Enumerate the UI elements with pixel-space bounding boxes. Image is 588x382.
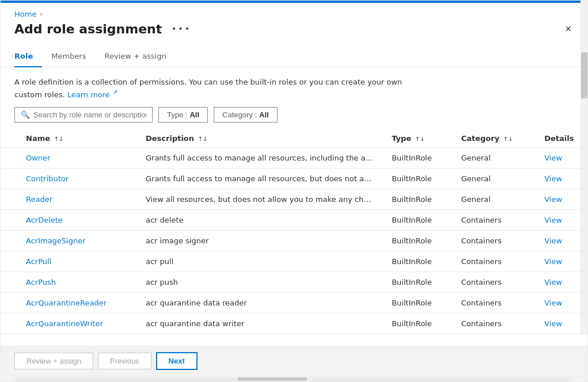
- type-sort-icon[interactable]: ↑↓: [415, 136, 425, 142]
- role-details-cell[interactable]: View: [530, 231, 587, 251]
- role-type-cell: BuiltInRole: [378, 314, 447, 334]
- role-type-cell: BuiltInRole: [378, 148, 447, 169]
- col-header-name[interactable]: Name ↑↓: [1, 129, 132, 148]
- table-row: AcrQuarantineWriteracr quarantine data w…: [1, 314, 587, 334]
- role-type-cell: BuiltInRole: [378, 210, 447, 231]
- next-button[interactable]: Next: [156, 352, 198, 370]
- header-area: Add role assignment ••• ×: [1, 18, 587, 37]
- col-header-details: Details: [530, 129, 587, 148]
- footer-area: Review + assign Previous Next: [1, 346, 587, 376]
- role-details-cell[interactable]: View: [530, 272, 587, 293]
- role-details-cell[interactable]: View: [530, 189, 587, 210]
- role-details-cell[interactable]: View: [530, 293, 587, 314]
- role-details-cell[interactable]: View: [530, 314, 587, 334]
- role-category-cell: Containers: [447, 272, 530, 293]
- role-details-cell[interactable]: View: [530, 148, 587, 169]
- role-name-cell[interactable]: AcrQuarantineWriter: [1, 314, 132, 334]
- learn-more-link[interactable]: Learn more ↗: [67, 90, 118, 99]
- role-desc-cell: acr delete: [132, 210, 378, 231]
- role-desc-cell: acr quarantine data reader: [132, 293, 378, 314]
- col-header-category[interactable]: Category ↑↓: [447, 129, 530, 148]
- role-name-cell[interactable]: AcrImageSigner: [1, 231, 132, 251]
- view-link[interactable]: View: [544, 278, 562, 286]
- view-link[interactable]: View: [544, 236, 562, 245]
- search-input[interactable]: [33, 110, 146, 119]
- table-row: OwnerGrants full access to manage all re…: [1, 148, 587, 169]
- type-filter-label: Type :: [167, 110, 187, 119]
- role-name-cell[interactable]: AcrPush: [1, 272, 132, 293]
- table-row: AcrImageSigneracr image signerBuiltInRol…: [1, 231, 587, 251]
- col-header-description[interactable]: Description ↑↓: [132, 129, 378, 148]
- view-link[interactable]: View: [544, 216, 562, 224]
- role-type-cell: BuiltInRole: [378, 231, 447, 251]
- previous-button[interactable]: Previous: [98, 353, 151, 369]
- bottom-scrollbar-thumb[interactable]: [238, 377, 307, 381]
- breadcrumb: Home ›: [1, 3, 587, 18]
- role-name-cell[interactable]: Owner: [1, 148, 132, 169]
- role-category-cell: Containers: [447, 231, 530, 251]
- bottom-scrollbar-track: [14, 377, 574, 381]
- desc-sort-icon[interactable]: ↑↓: [198, 136, 208, 142]
- view-link[interactable]: View: [544, 257, 562, 266]
- role-name-cell[interactable]: AcrQuarantineReader: [1, 293, 132, 314]
- name-sort-icon[interactable]: ↑↓: [54, 136, 64, 142]
- category-sort-icon[interactable]: ↑↓: [503, 136, 513, 142]
- role-category-cell: General: [447, 189, 530, 210]
- tab-review-assign[interactable]: Review + assign: [104, 47, 175, 67]
- role-category-cell: Containers: [447, 210, 530, 231]
- role-desc-cell: Grants full access to manage all resourc…: [132, 169, 378, 189]
- type-filter-button[interactable]: Type : All: [158, 107, 208, 123]
- role-type-cell: BuiltInRole: [378, 293, 447, 314]
- role-desc-cell: acr image signer: [132, 231, 378, 251]
- view-link[interactable]: View: [544, 299, 562, 307]
- search-icon: 🔍: [21, 110, 30, 119]
- review-assign-button[interactable]: Review + assign: [14, 353, 93, 369]
- table-row: AcrPushacr pushBuiltInRoleContainersView: [1, 272, 587, 293]
- table-header-row: Name ↑↓ Description ↑↓ Type ↑↓ Category …: [1, 129, 587, 148]
- header-title-row: Add role assignment •••: [14, 22, 195, 36]
- role-type-cell: BuiltInRole: [378, 169, 447, 189]
- more-options-icon[interactable]: •••: [168, 22, 194, 36]
- tab-role[interactable]: Role: [14, 47, 42, 67]
- table-row: AcrQuarantineReaderacr quarantine data r…: [1, 293, 587, 314]
- role-desc-cell: acr pull: [132, 251, 378, 272]
- role-category-cell: General: [447, 169, 530, 189]
- role-type-cell: BuiltInRole: [378, 272, 447, 293]
- bottom-scrollbar[interactable]: [1, 376, 587, 381]
- table-row: ContributorGrants full access to manage …: [1, 169, 587, 189]
- role-desc-cell: acr push: [132, 272, 378, 293]
- role-name-cell[interactable]: Reader: [1, 189, 132, 210]
- roles-table: Name ↑↓ Description ↑↓ Type ↑↓ Category …: [1, 129, 587, 334]
- role-details-cell[interactable]: View: [530, 210, 587, 231]
- filter-bar: 🔍 Type : All Category : All: [1, 107, 587, 129]
- tab-members[interactable]: Members: [51, 47, 95, 67]
- category-filter-label: Category :: [222, 110, 257, 119]
- role-desc-cell: View all resources, but does not allow y…: [132, 189, 378, 210]
- scrollbar-thumb[interactable]: [581, 52, 587, 98]
- role-name-cell[interactable]: Contributor: [1, 169, 132, 189]
- type-filter-value: All: [189, 110, 199, 119]
- role-name-cell[interactable]: AcrPull: [1, 251, 132, 272]
- breadcrumb-home[interactable]: Home: [14, 10, 36, 18]
- role-details-cell[interactable]: View: [530, 169, 587, 189]
- role-details-cell[interactable]: View: [530, 251, 587, 272]
- category-filter-button[interactable]: Category : All: [214, 107, 278, 123]
- role-type-cell: BuiltInRole: [378, 251, 447, 272]
- table-area: Name ↑↓ Description ↑↓ Type ↑↓ Category …: [1, 129, 587, 346]
- close-button[interactable]: ×: [563, 21, 574, 37]
- tabs-area: Role Members Review + assign: [1, 37, 587, 67]
- col-header-type[interactable]: Type ↑↓: [378, 129, 447, 148]
- page-container: Home › Add role assignment ••• × Role Me…: [0, 0, 588, 382]
- role-category-cell: Containers: [447, 293, 530, 314]
- view-link[interactable]: View: [544, 154, 562, 162]
- view-link[interactable]: View: [544, 319, 562, 328]
- search-box[interactable]: 🔍: [14, 107, 153, 123]
- role-category-cell: Containers: [447, 251, 530, 272]
- table-row: AcrPullacr pullBuiltInRoleContainersView: [1, 251, 587, 272]
- table-row: AcrDeleteacr deleteBuiltInRoleContainers…: [1, 210, 587, 231]
- breadcrumb-chevron-icon: ›: [40, 10, 42, 18]
- view-link[interactable]: View: [544, 195, 562, 204]
- view-link[interactable]: View: [544, 174, 562, 183]
- table-row: ReaderView all resources, but does not a…: [1, 189, 587, 210]
- role-name-cell[interactable]: AcrDelete: [1, 210, 132, 231]
